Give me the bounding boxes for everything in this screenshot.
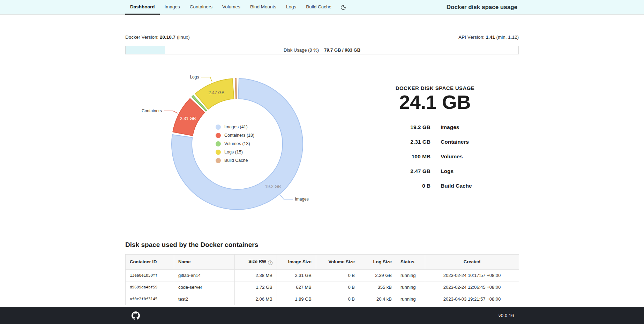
callout-label-logs: Logs — [190, 75, 199, 80]
summary-row: 19.2 GBImages — [376, 124, 494, 130]
containers-table: Container IDNameSize RW?Image SizeVolume… — [125, 254, 519, 305]
callout-line — [201, 77, 212, 82]
summary-value: 2.47 GB — [376, 168, 430, 174]
legend-item-images[interactable]: Images (41) — [216, 123, 254, 131]
summary-value: 100 MB — [376, 153, 430, 160]
moon-icon — [340, 5, 346, 10]
table-body: 13ea8e1b50ffgitlab-en142.38 MB2.31 GB0 B… — [126, 269, 519, 305]
containers-table-section: Disk space used by the Docker containers… — [125, 241, 519, 305]
cell-name: gitlab-en14 — [174, 269, 235, 281]
segment-value-label: 2.31 GB — [180, 116, 196, 121]
nav-tab-images[interactable]: Images — [160, 0, 185, 15]
cell-id: 13ea8e1b50ff — [126, 269, 174, 281]
column-header-created[interactable]: Created — [425, 254, 519, 269]
size-rw-help-icon[interactable]: ? — [268, 261, 272, 265]
cell-volume-size: 0 B — [316, 269, 359, 281]
legend-label: Images (41) — [224, 125, 248, 129]
legend-label: Logs (15) — [224, 150, 243, 155]
nav-tab-bind-mounts[interactable]: Bind Mounts — [245, 0, 281, 15]
legend-swatch-icon — [216, 133, 221, 138]
column-header-name[interactable]: Name — [174, 254, 235, 269]
api-version-label: API Version: — [458, 35, 484, 40]
docker-version-label: Docker Version: — [125, 35, 158, 40]
column-header-volume-size[interactable]: Volume Size — [316, 254, 359, 269]
donut-segment-build-cache[interactable] — [235, 78, 237, 99]
docker-version-suffix: (linux) — [177, 35, 190, 40]
cell-size-rw: 2.06 MB — [235, 293, 277, 305]
summary-row: 2.47 GBLogs — [376, 168, 494, 174]
footer-version: v0.0.16 — [499, 313, 514, 318]
legend-item-containers[interactable]: Containers (18) — [216, 131, 254, 140]
legend-label: Build Cache — [224, 158, 248, 163]
cell-volume-size: 0 B — [316, 293, 359, 305]
legend-item-volumes[interactable]: Volumes (13) — [216, 140, 254, 148]
api-version-suffix: (min. 1.12) — [496, 35, 519, 40]
legend-item-logs[interactable]: Logs (15) — [216, 148, 254, 156]
summary-title: DOCKER DISK SPACE USAGE — [376, 85, 494, 91]
column-header-container-id[interactable]: Container ID — [126, 254, 174, 269]
cell-log-size: 355 kB — [359, 281, 396, 293]
cell-status: running — [396, 269, 425, 281]
segment-value-label: 2.47 GB — [209, 90, 225, 95]
version-info-row: Docker Version: 20.10.7 (linux) API Vers… — [125, 35, 519, 40]
nav-tab-dashboard[interactable]: Dashboard — [125, 0, 160, 15]
cell-image-size: 627 MB — [277, 281, 316, 293]
nav-tab-volumes[interactable]: Volumes — [217, 0, 245, 15]
column-header-status[interactable]: Status — [396, 254, 425, 269]
table-row[interactable]: af0c2f0f3145test22.06 MB1.89 GB0 B20.4 k… — [126, 293, 519, 305]
disk-usage-label: Disk Usage (8 %) — [284, 47, 319, 53]
disk-usage-fill — [126, 46, 165, 54]
nav-tab-containers[interactable]: Containers — [185, 0, 217, 15]
cell-log-size: 2.39 GB — [359, 269, 396, 281]
summary-row: 100 MBVolumes — [376, 153, 494, 160]
cell-size-rw: 2.38 MB — [235, 269, 277, 281]
cell-id: d9699da4bf59 — [126, 281, 174, 293]
summary-label: Images — [441, 124, 459, 130]
top-navigation-bar: DashboardImagesContainersVolumesBind Mou… — [0, 0, 644, 15]
summary-value: 19.2 GB — [376, 124, 430, 130]
legend-swatch-icon — [216, 141, 221, 146]
cell-status: running — [396, 293, 425, 305]
nav-tab-logs[interactable]: Logs — [281, 0, 301, 15]
callout-line — [164, 111, 178, 113]
cell-name: code-server — [174, 281, 235, 293]
legend-label: Volumes (13) — [224, 141, 250, 146]
summary-label: Logs — [441, 168, 454, 174]
callout-label-images: Images — [295, 197, 308, 202]
nav-tabs: DashboardImagesContainersVolumesBind Mou… — [125, 0, 336, 15]
column-header-log-size[interactable]: Log Size — [359, 254, 396, 269]
chart-legend: Images (41)Containers (18)Volumes (13)Lo… — [216, 123, 254, 165]
disk-usage-value: 79.7 GB / 983 GB — [324, 47, 360, 53]
github-link[interactable] — [132, 311, 140, 320]
callout-label-containers: Containers — [142, 108, 162, 113]
table-row[interactable]: 13ea8e1b50ffgitlab-en142.38 MB2.31 GB0 B… — [126, 269, 519, 281]
legend-label: Containers (18) — [224, 133, 254, 138]
cell-volume-size: 0 B — [316, 281, 359, 293]
legend-swatch-icon — [216, 125, 221, 130]
cell-size-rw: 1.72 GB — [235, 281, 277, 293]
cell-created: 2023-02-24 10:17:57 +08:00 — [425, 269, 519, 281]
disk-usage-progress-bar: Disk Usage (8 %) 79.7 GB / 983 GB — [125, 46, 519, 54]
summary-value: 2.31 GB — [376, 139, 430, 145]
usage-chart-section: 19.2 GBImages2.31 GBContainers2.47 GBLog… — [125, 54, 519, 231]
api-version: API Version: 1.41 (min. 1.12) — [458, 35, 519, 40]
table-row[interactable]: d9699da4bf59code-server1.72 GB627 MB0 B3… — [126, 281, 519, 293]
app-title: Docker disk space usage — [447, 0, 519, 15]
theme-toggle-button[interactable] — [336, 0, 350, 15]
cell-created: 2023-02-24 12:06:45 +08:00 — [425, 281, 519, 293]
footer: v0.0.16 — [0, 307, 644, 324]
column-header-size-rw[interactable]: Size RW? — [235, 254, 277, 269]
column-header-image-size[interactable]: Image Size — [277, 254, 316, 269]
github-icon — [132, 311, 140, 320]
cell-created: 2023-04-03 19:21:57 +08:00 — [425, 293, 519, 305]
legend-item-build-cache[interactable]: Build Cache — [216, 156, 254, 165]
cell-name: test2 — [174, 293, 235, 305]
usage-summary-panel: DOCKER DISK SPACE USAGE 24.1 GB 19.2 GBI… — [376, 85, 494, 197]
containers-table-title: Disk space used by the Docker containers — [125, 241, 519, 249]
cell-image-size: 1.89 GB — [277, 293, 316, 305]
cell-log-size: 20.4 kB — [359, 293, 396, 305]
legend-swatch-icon — [216, 158, 221, 163]
nav-tab-build-cache[interactable]: Build Cache — [301, 0, 336, 15]
cell-id: af0c2f0f3145 — [126, 293, 174, 305]
main-content: Docker Version: 20.10.7 (linux) API Vers… — [125, 35, 519, 305]
